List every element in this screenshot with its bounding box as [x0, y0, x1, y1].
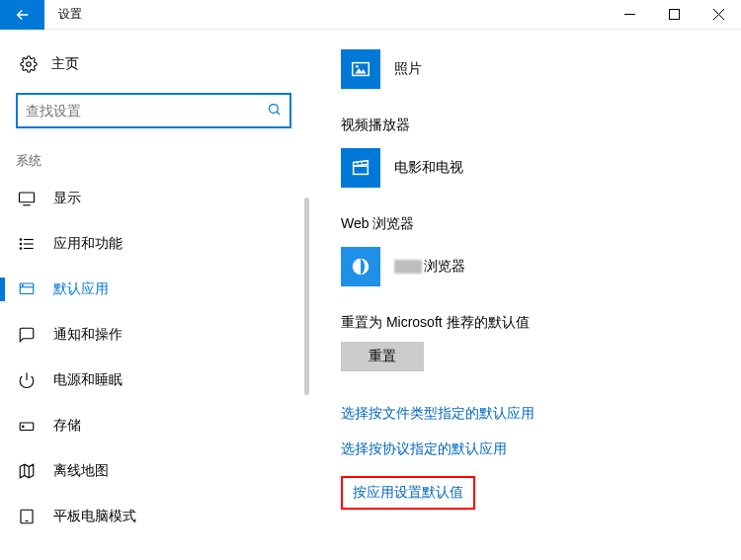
- sidebar-item-power[interactable]: 电源和睡眠: [12, 358, 311, 403]
- movies-icon: [350, 157, 371, 179]
- sidebar-item-label: 应用和功能: [53, 235, 123, 253]
- svg-marker-19: [20, 464, 34, 478]
- window-title: 设置: [58, 6, 82, 23]
- sidebar-item-offline-maps[interactable]: 离线地图: [12, 448, 311, 494]
- photos-icon: [350, 58, 371, 80]
- power-icon: [18, 371, 36, 389]
- svg-point-12: [20, 248, 22, 250]
- sidebar-item-tablet-mode[interactable]: 平板电脑模式: [12, 494, 311, 539]
- map-icon: [18, 462, 36, 480]
- highlight-annotation: 按应用设置默认值: [341, 476, 475, 510]
- link-choose-by-filetype[interactable]: 选择按文件类型指定的默认应用: [341, 405, 721, 423]
- main-panel: 照片 视频播放器 电影和电视 Web 浏览器 浏览器 重置为 Microsoft…: [311, 30, 741, 560]
- reset-button[interactable]: 重置: [341, 342, 424, 371]
- app-row-video[interactable]: 电影和电视: [341, 148, 721, 188]
- svg-rect-1: [670, 10, 680, 20]
- section-video-player: 视频播放器: [341, 117, 721, 134]
- link-set-defaults-by-app[interactable]: 按应用设置默认值: [353, 484, 463, 502]
- app-label: 浏览器: [394, 258, 465, 276]
- sidebar-item-storage[interactable]: 存储: [12, 403, 311, 448]
- sidebar-item-label: 平板电脑模式: [53, 508, 136, 525]
- svg-point-2: [27, 62, 32, 67]
- sidebar-item-label: 默认应用: [53, 280, 109, 298]
- app-row-browser[interactable]: 浏览器: [341, 247, 721, 286]
- svg-point-11: [20, 243, 22, 245]
- sidebar-item-label: 存储: [53, 417, 81, 435]
- sidebar-item-label: 离线地图: [53, 462, 109, 480]
- reset-description: 重置为 Microsoft 推荐的默认值: [341, 314, 721, 332]
- svg-marker-25: [356, 68, 367, 74]
- back-button[interactable]: [0, 0, 44, 30]
- app-label: 电影和电视: [394, 159, 463, 177]
- default-apps-icon: [18, 280, 36, 298]
- home-label: 主页: [51, 55, 79, 73]
- home-link[interactable]: 主页: [12, 45, 311, 83]
- link-choose-by-protocol[interactable]: 选择按协议指定的默认应用: [341, 440, 721, 458]
- gear-icon: [20, 55, 38, 73]
- svg-point-18: [23, 426, 25, 428]
- sidebar: 主页 系统 显示 应用和功能 默认应用 通知和操作 电源和睡眠: [0, 30, 311, 560]
- app-label: 照片: [394, 60, 422, 78]
- minimize-button[interactable]: [608, 0, 652, 30]
- sidebar-item-notifications[interactable]: 通知和操作: [12, 312, 311, 358]
- svg-point-10: [20, 239, 22, 241]
- sidebar-item-label: 显示: [53, 190, 81, 207]
- svg-line-4: [277, 112, 280, 115]
- arrow-left-icon: [14, 6, 32, 24]
- titlebar: 设置: [0, 0, 741, 30]
- close-button[interactable]: [697, 0, 741, 30]
- sidebar-item-display[interactable]: 显示: [12, 176, 311, 221]
- section-web-browser: Web 浏览器: [341, 215, 721, 233]
- notification-icon: [18, 326, 36, 344]
- blurred-text: [394, 260, 422, 274]
- browser-icon: [350, 256, 371, 278]
- search-input[interactable]: [26, 103, 267, 119]
- sidebar-item-apps[interactable]: 应用和功能: [12, 221, 311, 267]
- maximize-button[interactable]: [652, 0, 697, 30]
- group-label-system: 系统: [12, 142, 311, 176]
- photos-tile: [341, 49, 380, 89]
- tablet-icon: [18, 508, 36, 525]
- svg-rect-5: [20, 193, 35, 202]
- storage-icon: [18, 417, 36, 435]
- sidebar-item-default-apps[interactable]: 默认应用: [12, 267, 311, 312]
- display-icon: [18, 190, 36, 207]
- svg-rect-27: [354, 166, 369, 174]
- svg-point-26: [356, 65, 359, 68]
- browser-tile: [341, 247, 380, 286]
- svg-point-15: [22, 284, 23, 285]
- app-row-photos[interactable]: 照片: [341, 49, 721, 89]
- sidebar-item-label: 电源和睡眠: [53, 371, 123, 389]
- search-icon: [267, 102, 282, 120]
- list-icon: [18, 235, 36, 253]
- search-box[interactable]: [16, 93, 291, 128]
- sidebar-scrollbar[interactable]: [304, 198, 309, 395]
- svg-point-3: [270, 105, 279, 114]
- sidebar-item-label: 通知和操作: [53, 326, 123, 344]
- movies-tile: [341, 148, 380, 188]
